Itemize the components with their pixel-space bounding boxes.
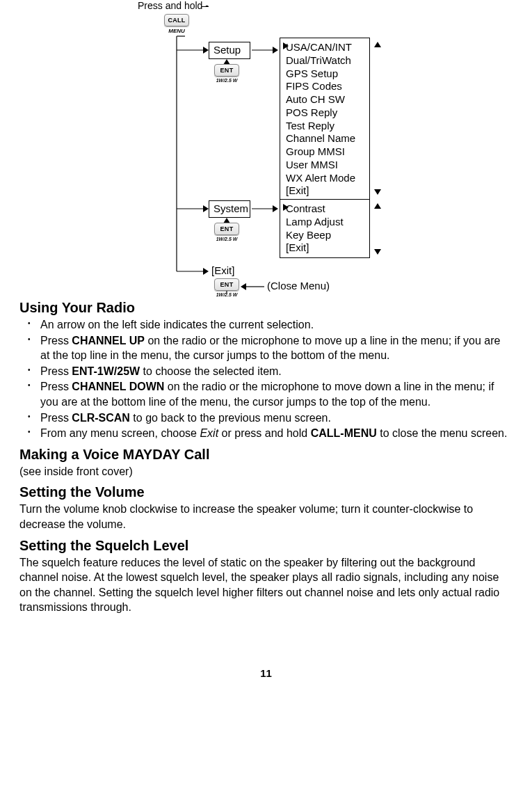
press-hold-label: Press and hold - bbox=[138, 0, 209, 11]
call-button-label: CALL bbox=[164, 14, 189, 26]
list-item: From any menu screen, choose Exit or pre… bbox=[35, 426, 513, 441]
system-box: System bbox=[209, 200, 250, 218]
selection-arrow-icon bbox=[283, 204, 289, 211]
exit-label: [Exit] bbox=[211, 264, 234, 276]
text: to choose the selected item. bbox=[140, 365, 282, 377]
list-item: Press CLR-SCAN to go back to the previou… bbox=[35, 411, 513, 426]
call-keycap: CALL MENU bbox=[164, 14, 189, 34]
term: CLR-SCAN bbox=[72, 412, 130, 424]
arrow-icon bbox=[273, 205, 278, 212]
page-number: 11 bbox=[19, 667, 513, 679]
ent-button-label: ENT bbox=[214, 223, 239, 235]
text: From any menu screen, choose bbox=[40, 427, 200, 439]
using-radio-list: An arrow on the left side indicates the … bbox=[19, 317, 513, 441]
arrow-icon bbox=[203, 268, 209, 275]
scroll-up-icon bbox=[374, 42, 381, 47]
scroll-down-icon bbox=[374, 189, 381, 195]
setup-items-box: USA/CAN/INT Dual/TriWatch GPS Setup FIPS… bbox=[280, 38, 370, 201]
system-items-box: Contrast Lamp Adjust Key Beep [Exit] bbox=[280, 199, 370, 258]
arrow-icon bbox=[203, 47, 209, 54]
italic-term: Exit bbox=[200, 427, 218, 439]
term: ENT-1W/25W bbox=[72, 365, 140, 377]
arrow-icon bbox=[203, 205, 209, 212]
ent-button-label: ENT bbox=[214, 64, 239, 77]
mayday-heading: Making a Voice MAYDAY Call bbox=[19, 447, 513, 463]
arrow-icon bbox=[273, 47, 278, 54]
squelch-body: The squelch feature reduces the level of… bbox=[19, 555, 513, 615]
list-item: An arrow on the left side indicates the … bbox=[35, 317, 513, 333]
text: Press bbox=[40, 335, 72, 346]
text: Press bbox=[40, 365, 72, 377]
mayday-body: (see inside front cover) bbox=[19, 464, 513, 479]
arrow-icon bbox=[241, 283, 246, 290]
term: CHANNEL UP bbox=[72, 335, 145, 346]
call-sublabel: MENU bbox=[164, 28, 189, 34]
list-item: Press CHANNEL DOWN on the radio or the m… bbox=[35, 379, 513, 409]
volume-body: Turn the volume knob clockwise to increa… bbox=[19, 502, 513, 532]
ent-sublabel: 1W/2.5 W bbox=[214, 292, 239, 297]
ent-button-label: ENT bbox=[214, 278, 239, 291]
setup-box: Setup bbox=[209, 42, 250, 59]
scroll-down-icon bbox=[374, 249, 381, 255]
text: to close the menu screen. bbox=[377, 427, 508, 439]
term: CHANNEL DOWN bbox=[72, 381, 164, 392]
using-radio-heading: Using Your Radio bbox=[19, 300, 513, 316]
text: to go back to the previous menu screen. bbox=[130, 412, 331, 424]
text: Press bbox=[40, 412, 72, 424]
list-item: Press CHANNEL UP on the radio or the mic… bbox=[35, 333, 513, 363]
squelch-heading: Setting the Squelch Level bbox=[19, 538, 513, 554]
ent-keycap: ENT 1W/2.5 W bbox=[214, 278, 239, 297]
text: Press bbox=[40, 381, 72, 392]
scroll-up-icon bbox=[374, 203, 381, 209]
term: CALL-MENU bbox=[311, 427, 377, 439]
dash-line bbox=[202, 6, 209, 7]
text: or press and hold bbox=[218, 427, 311, 439]
text: An arrow on the left side indicates the … bbox=[40, 319, 314, 330]
list-item: Press ENT-1W/25W to choose the selected … bbox=[35, 364, 513, 379]
ent-sublabel: 1W/2.5 W bbox=[214, 237, 239, 241]
menu-diagram: Press and hold - CALL MENU Setup bbox=[118, 0, 532, 296]
volume-heading: Setting the Volume bbox=[19, 484, 513, 500]
ent-sublabel: 1W/2.5 W bbox=[214, 78, 239, 83]
ent-keycap: ENT 1W/2.5 W bbox=[214, 223, 239, 241]
selection-arrow-icon bbox=[283, 42, 289, 49]
ent-keycap: ENT 1W/2.5 W bbox=[214, 64, 239, 83]
close-menu-label: (Close Menu) bbox=[267, 280, 330, 292]
